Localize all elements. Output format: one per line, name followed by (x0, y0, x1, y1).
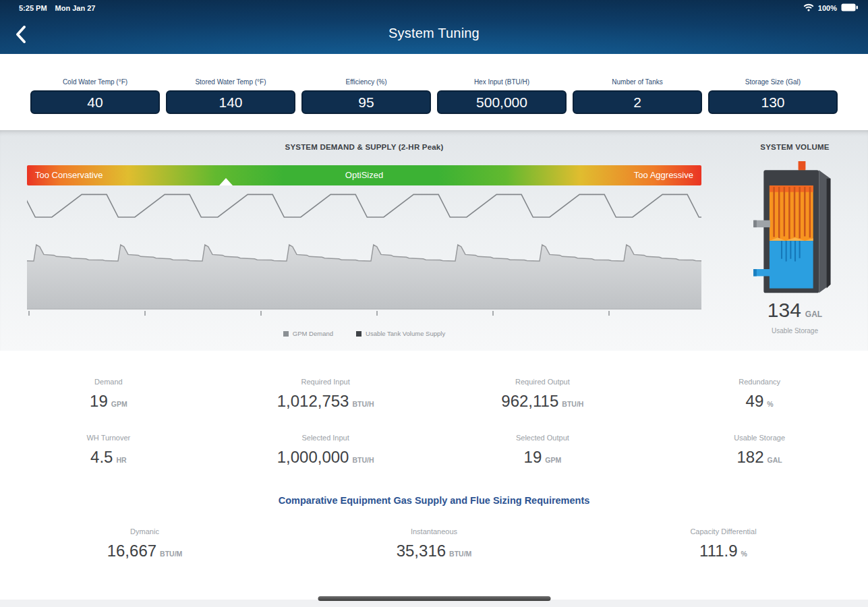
storage-size-input[interactable]: 130 (708, 90, 838, 114)
stat-value: 4.5 (90, 448, 113, 466)
system-volume-panel: SYSTEM VOLUME (722, 130, 868, 351)
stat-label: WH Turnover (0, 434, 217, 442)
stat-unit: BTU/M (160, 550, 182, 558)
field-label: Cold Water Temp (°F) (30, 78, 160, 86)
legend-usable-tank-volume-supply: Usable Tank Volume Supply (356, 330, 445, 337)
stored-water-temp-input[interactable]: 140 (166, 90, 295, 114)
stat-selected-output: Selected Output 19GPM (434, 434, 652, 467)
system-volume-title: SYSTEM VOLUME (722, 143, 868, 151)
stat-unit: GPM (111, 400, 127, 408)
battery-icon (841, 3, 859, 13)
status-time: 5:25 PM (19, 4, 47, 12)
stat-value: 35,316 (397, 542, 446, 560)
stat-unit: BTU/H (352, 456, 374, 464)
gauge-label-too-aggressive: Too Aggressive (634, 165, 693, 185)
demand-waveform (27, 239, 701, 309)
legend-label: Usable Tank Volume Supply (366, 330, 445, 337)
stat-required-input: Required Input 1,012,753BTU/H (217, 378, 434, 411)
field-label: Stored Water Temp (°F) (166, 78, 295, 86)
stat-value: 1,000,000 (277, 448, 349, 466)
supply-waveform (27, 190, 701, 223)
stat-usable-storage: Usable Storage 182GAL (651, 434, 868, 467)
number-of-tanks-input[interactable]: 2 (573, 90, 702, 114)
stat-unit: BTU/H (562, 400, 583, 408)
stat-value: 16,667 (107, 542, 156, 560)
gauge-label-optisized: OptiSized (27, 165, 701, 185)
tuning-gauge: Too Conservative OptiSized Too Aggressiv… (27, 165, 701, 185)
stat-label: Selected Input (217, 434, 434, 442)
demand-supply-chart: SYSTEM DEMAND & SUPPLY (2-HR Peak) Too C… (27, 130, 701, 351)
efficiency-input[interactable]: 95 (301, 90, 431, 114)
stat-label: Selected Output (434, 434, 652, 442)
stats-row-1: Demand 19GPM Required Input 1,012,753BTU… (0, 378, 868, 411)
gauge-marker-triangle (219, 178, 233, 185)
stat-label: Demand (0, 378, 217, 386)
status-bar: 5:25 PMMon Jan 27 100% (19, 3, 859, 13)
stat-label: Usable Storage (651, 434, 868, 442)
home-indicator[interactable] (318, 596, 550, 601)
comparative-heading: Comparative Equipment Gas Supply and Flu… (0, 495, 868, 506)
stats-row-2: WH Turnover 4.5HR Selected Input 1,000,0… (0, 434, 868, 467)
stat-redundancy: Redundancy 49% (651, 378, 868, 411)
field-label: Hex Input (BTU/H) (437, 78, 567, 86)
field-cold-water-temp: Cold Water Temp (°F) 40 (30, 78, 160, 130)
stat-unit: GAL (768, 456, 782, 464)
usable-storage-value: 134GAL (722, 299, 868, 322)
stats-row-3: Dymanic 16,667BTU/M Instantaneous 35,316… (0, 527, 868, 560)
stat-label: Required Input (217, 378, 434, 386)
field-storage-size: Storage Size (Gal) 130 (708, 78, 838, 130)
stat-value: 962,115 (501, 392, 558, 410)
page-title: System Tuning (0, 26, 868, 41)
status-date: Mon Jan 27 (55, 4, 96, 12)
field-label: Number of Tanks (573, 78, 702, 86)
stat-unit: % (741, 550, 747, 558)
tank-illustration (753, 161, 838, 299)
stat-required-output: Required Output 962,115BTU/H (434, 378, 652, 411)
system-tuning-screen: 5:25 PMMon Jan 27 100% System Tuning Col… (0, 0, 868, 607)
navbar: 5:25 PMMon Jan 27 100% System Tuning (0, 0, 868, 54)
stat-instantaneous: Instantaneous 35,316BTU/M (289, 527, 579, 560)
field-stored-water-temp: Stored Water Temp (°F) 140 (166, 78, 295, 130)
chart-panel: SYSTEM DEMAND & SUPPLY (2-HR Peak) Too C… (0, 130, 868, 351)
legend-label: GPM Demand (293, 330, 333, 337)
chart-legend: GPM Demand Usable Tank Volume Supply (27, 330, 701, 337)
field-efficiency: Efficiency (%) 95 (301, 78, 431, 130)
stat-value: 19 (524, 448, 542, 466)
stat-unit: BTU/M (449, 550, 471, 558)
stat-label: Dymanic (0, 527, 289, 536)
stat-value: 49 (746, 392, 764, 410)
legend-gpm-demand: GPM Demand (283, 330, 333, 337)
volume-number: 134 (768, 299, 801, 321)
stat-value: 111.9 (699, 542, 738, 560)
wifi-icon (803, 3, 814, 13)
results-section: Demand 19GPM Required Input 1,012,753BTU… (0, 351, 868, 607)
chart-title: SYSTEM DEMAND & SUPPLY (2-HR Peak) (27, 143, 701, 151)
x-axis-line (27, 308, 701, 310)
volume-unit: GAL (805, 310, 822, 319)
stat-unit: HR (116, 456, 126, 464)
stat-label: Capacity Differential (579, 527, 868, 536)
stat-unit: % (767, 400, 773, 408)
field-label: Storage Size (Gal) (708, 78, 838, 86)
field-label: Efficiency (%) (301, 78, 431, 86)
stat-dynamic: Dymanic 16,667BTU/M (0, 527, 289, 560)
stat-value: 1,012,753 (277, 392, 349, 410)
field-number-of-tanks: Number of Tanks 2 (573, 78, 702, 130)
stat-label: Required Output (434, 378, 652, 386)
stat-label: Instantaneous (289, 527, 579, 536)
stat-value: 182 (737, 448, 764, 466)
cold-water-temp-input[interactable]: 40 (30, 90, 160, 114)
stat-selected-input: Selected Input 1,000,000BTU/H (217, 434, 434, 467)
hex-input-input[interactable]: 500,000 (437, 90, 567, 114)
field-hex-input: Hex Input (BTU/H) 500,000 (437, 78, 567, 130)
stat-capacity-differential: Capacity Differential 111.9% (579, 527, 868, 560)
legend-swatch-icon (356, 331, 361, 337)
input-fields-row: Cold Water Temp (°F) 40 Stored Water Tem… (0, 54, 868, 130)
battery-percent: 100% (818, 4, 837, 12)
stat-unit: BTU/H (352, 400, 374, 408)
stat-value: 19 (90, 392, 108, 410)
usable-storage-caption: Usable Storage (722, 327, 868, 335)
stat-label: Redundancy (651, 378, 868, 386)
stat-unit: GPM (545, 456, 561, 464)
legend-swatch-icon (283, 331, 289, 337)
